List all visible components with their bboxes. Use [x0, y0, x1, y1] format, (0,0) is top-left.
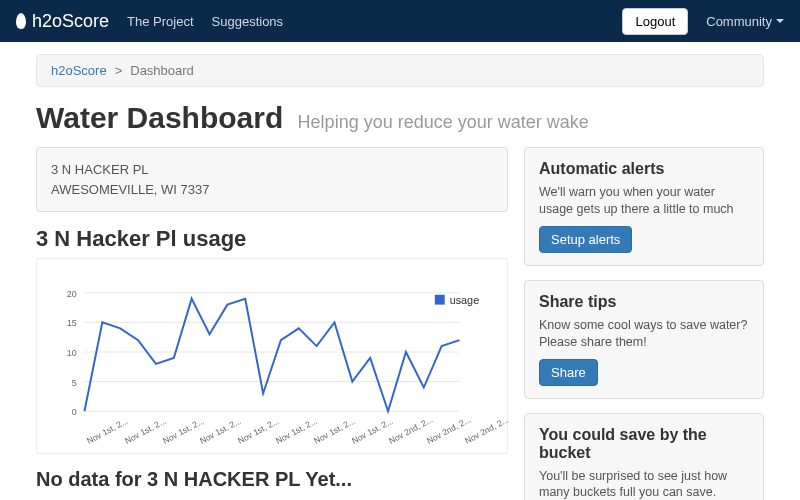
chart-series-usage — [84, 299, 459, 412]
community-dropdown[interactable]: Community — [706, 14, 784, 29]
usage-chart-svg: 20 15 10 5 0 usage — [45, 267, 499, 437]
panel-alerts-body: We'll warn you when your water usage get… — [539, 184, 749, 218]
nav-link-project[interactable]: The Project — [127, 14, 193, 29]
panel-bucket-body: You'll be surprised to see just how many… — [539, 468, 749, 501]
breadcrumb: h2oScore > Dashboard — [36, 54, 764, 87]
brand-text: h2oScore — [32, 11, 109, 32]
breadcrumb-root[interactable]: h2oScore — [51, 63, 107, 78]
usage-chart: 20 15 10 5 0 usage Nov 1st, 2...Nov 1st,… — [36, 258, 508, 454]
breadcrumb-current: Dashboard — [130, 63, 194, 78]
panel-share: Share tips Know some cool ways to save w… — [524, 280, 764, 399]
legend-label: usage — [450, 294, 480, 306]
panel-share-title: Share tips — [539, 293, 749, 311]
page-title-text: Water Dashboard — [36, 101, 283, 134]
panel-bucket: You could save by the bucket You'll be s… — [524, 413, 764, 501]
breadcrumb-sep: > — [115, 63, 123, 78]
address-line2: AWESOMEVILLE, WI 7337 — [51, 180, 493, 200]
chevron-down-icon — [776, 19, 784, 23]
ytick-20: 20 — [67, 289, 77, 299]
address-panel: 3 N HACKER PL AWESOMEVILLE, WI 7337 — [36, 147, 508, 212]
legend-swatch — [435, 295, 445, 305]
side-column: Automatic alerts We'll warn you when you… — [524, 147, 764, 500]
setup-alerts-button[interactable]: Setup alerts — [539, 226, 632, 253]
panel-bucket-title: You could save by the bucket — [539, 426, 749, 462]
chart-grid — [84, 293, 459, 411]
page-subtitle: Helping you reduce your water wake — [298, 112, 589, 132]
chart-xticks: Nov 1st, 2...Nov 1st, 2...Nov 1st, 2...N… — [45, 437, 499, 451]
panel-alerts-title: Automatic alerts — [539, 160, 749, 178]
main-column: 3 N HACKER PL AWESOMEVILLE, WI 7337 3 N … — [36, 147, 508, 500]
panel-alerts: Automatic alerts We'll warn you when you… — [524, 147, 764, 266]
droplet-icon — [16, 13, 26, 29]
ytick-15: 15 — [67, 318, 77, 328]
ytick-10: 10 — [67, 348, 77, 358]
top-navbar: h2oScore The Project Suggestions Logout … — [0, 0, 800, 42]
page-title: Water Dashboard Helping you reduce your … — [36, 101, 764, 135]
usage-heading: 3 N Hacker Pl usage — [36, 226, 508, 252]
community-label: Community — [706, 14, 772, 29]
address-line1: 3 N HACKER PL — [51, 160, 493, 180]
panel-share-body: Know some cool ways to save water? Pleas… — [539, 317, 749, 351]
ytick-0: 0 — [72, 407, 77, 417]
ytick-5: 5 — [72, 378, 77, 388]
share-button[interactable]: Share — [539, 359, 598, 386]
logout-button[interactable]: Logout — [622, 8, 688, 35]
nav-link-suggestions[interactable]: Suggestions — [212, 14, 284, 29]
brand[interactable]: h2oScore — [16, 11, 109, 32]
nodata-heading: No data for 3 N HACKER PL Yet... — [36, 468, 508, 491]
